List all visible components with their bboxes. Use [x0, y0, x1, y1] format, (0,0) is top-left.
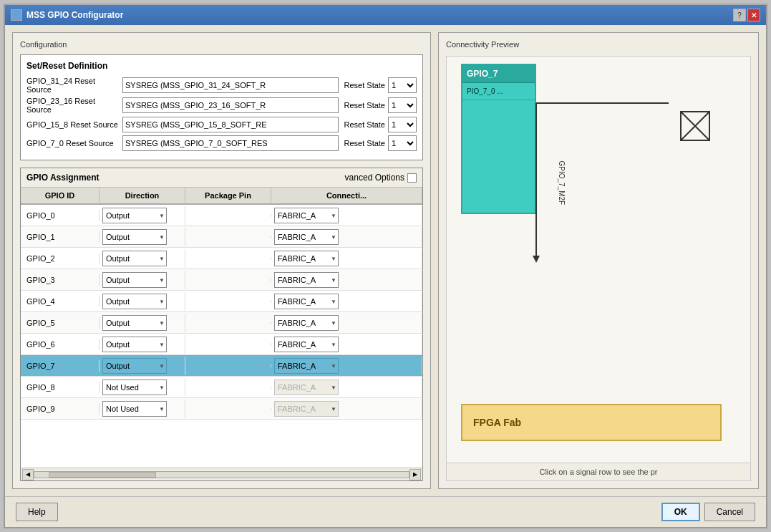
conn-select-wrapper: FABRIC_A — [274, 358, 339, 374]
conn-cell: FABRIC_A — [271, 249, 422, 268]
help-button[interactable]: Help — [16, 503, 58, 521]
conn-select[interactable]: FABRIC_A — [274, 401, 339, 417]
reset-state-select-0[interactable]: 10 — [388, 77, 417, 93]
gpio7-mss-block: GPIO_7 PIO_7_0 ... — [461, 64, 536, 214]
gpio-id-cell: GPIO_4 — [21, 296, 100, 307]
cancel-button[interactable]: Cancel — [704, 503, 755, 521]
reset-source-2[interactable] — [122, 117, 339, 132]
reset-source-0[interactable] — [122, 77, 339, 93]
left-panel: Configuration Set/Reset Definition GPIO_… — [12, 32, 431, 489]
ok-cancel-group: OK Cancel — [661, 503, 755, 521]
conn-select[interactable]: FABRIC_A — [274, 337, 339, 352]
dir-select[interactable]: Not UsedOutputInput — [102, 401, 167, 417]
reset-label-3: GPIO_7_0 Reset Source — [26, 139, 120, 147]
help-title-btn[interactable]: ? — [733, 9, 746, 21]
diagram-area: GPIO_7 PIO_7_0 ... MSS — [447, 57, 750, 463]
app-icon — [11, 9, 22, 21]
conn-cell: FABRIC_A — [271, 400, 422, 418]
scroll-thumb[interactable] — [49, 472, 156, 478]
reset-state-select-2[interactable]: 10 — [388, 117, 417, 132]
conn-cell: FABRIC_A — [271, 378, 422, 397]
pkg-cell — [185, 364, 271, 367]
conn-cell: FABRIC_A — [271, 314, 422, 332]
table-row[interactable]: GPIO_9 Not UsedOutputInput FABRIC_A — [21, 398, 422, 420]
dir-select[interactable]: OutputInputNot Used — [102, 251, 167, 266]
window-title: MSS GPIO Configurator — [26, 10, 123, 20]
conn-select-wrapper: FABRIC_A — [274, 315, 339, 331]
dir-select[interactable]: OutputInputNot Used — [102, 294, 167, 309]
table-row[interactable]: GPIO_8 Not UsedOutputInput FABRIC_A — [21, 377, 422, 398]
dir-select-wrapper: OutputInputNot Used — [102, 337, 167, 352]
gpio-section-header: GPIO Assignment vanced Options — [21, 168, 422, 188]
set-reset-section: Set/Reset Definition GPIO_31_24 Reset So… — [20, 54, 423, 160]
conn-select[interactable]: FABRIC_A — [274, 294, 339, 309]
conn-select[interactable]: FABRIC_A — [274, 315, 339, 331]
advanced-options-label: vanced Options — [345, 173, 404, 183]
gpio-id-cell: GPIO_5 — [21, 317, 100, 329]
pkg-cell — [185, 279, 271, 281]
gpio-id-cell: GPIO_6 — [21, 339, 100, 350]
th-direction: Direction — [100, 188, 185, 203]
direction-cell: Not UsedOutputInput — [100, 400, 185, 418]
table-body: GPIO_0 OutputInputNot Used FABRIC_A — [21, 205, 422, 468]
dir-select[interactable]: OutputInputNot Used — [102, 358, 167, 374]
x-connector-symbol — [679, 110, 711, 142]
dir-select[interactable]: OutputInputNot Used — [102, 272, 167, 288]
th-connection: Connecti... — [271, 188, 422, 203]
conn-select-wrapper: FABRIC_A — [274, 272, 339, 288]
advanced-options-checkbox[interactable] — [407, 173, 417, 183]
dir-select[interactable]: Not UsedOutputInput — [102, 379, 167, 395]
table-row[interactable]: GPIO_6 OutputInputNot Used FABRIC_A — [21, 334, 422, 355]
conn-select[interactable]: FABRIC_A — [274, 208, 339, 223]
conn-select[interactable]: FABRIC_A — [274, 379, 339, 395]
dir-select[interactable]: OutputInputNot Used — [102, 315, 167, 331]
reset-row-2: GPIO_15_8 Reset Source Reset State 10 — [26, 117, 417, 132]
reset-source-3[interactable] — [122, 135, 339, 151]
connectivity-title: Connectivity Preview — [446, 40, 751, 49]
direction-cell: OutputInputNot Used — [100, 206, 185, 225]
fpga-fab-block: FPGA Fab — [461, 404, 722, 441]
conn-select[interactable]: FABRIC_A — [274, 251, 339, 266]
pkg-cell — [185, 214, 271, 217]
scroll-left-btn[interactable]: ◀ — [22, 469, 34, 480]
table-row[interactable]: GPIO_1 OutputInputNot Used FABRIC_A — [21, 226, 422, 248]
dir-select-wrapper: OutputInputNot Used — [102, 251, 167, 266]
table-row-selected[interactable]: GPIO_7 OutputInputNot Used FABRIC_A — [21, 355, 422, 377]
horizontal-scrollbar[interactable]: ◀ ▶ — [21, 468, 422, 480]
table-row[interactable]: GPIO_0 OutputInputNot Used FABRIC_A — [21, 205, 422, 226]
reset-label-2: GPIO_15_8 Reset Source — [26, 120, 120, 129]
dir-select[interactable]: OutputInputNot Used — [102, 337, 167, 352]
reset-state-select-1[interactable]: 10 — [388, 97, 417, 113]
dir-select-wrapper: Not UsedOutputInput — [102, 379, 167, 395]
table-row[interactable]: GPIO_3 OutputInputNot Used FABRIC_A — [21, 269, 422, 291]
table-row[interactable]: GPIO_4 OutputInputNot Used FABRIC_A — [21, 291, 422, 312]
gpio-section: GPIO Assignment vanced Options GPIO ID D… — [20, 168, 423, 481]
direction-cell: OutputInputNot Used — [100, 228, 185, 246]
gpio-id-cell: GPIO_0 — [21, 210, 100, 221]
dir-select-wrapper: OutputInputNot Used — [102, 229, 167, 245]
dir-select-wrapper: OutputInputNot Used — [102, 358, 167, 374]
ok-button[interactable]: OK — [661, 503, 700, 521]
reset-source-1[interactable] — [122, 97, 339, 113]
conn-cell: FABRIC_A — [271, 357, 422, 375]
reset-state-label-1: Reset State — [344, 101, 385, 110]
config-panel-title: Configuration — [20, 40, 423, 49]
dir-select[interactable]: OutputInputNot Used — [102, 208, 167, 223]
scroll-right-btn[interactable]: ▶ — [409, 469, 421, 480]
dir-select[interactable]: OutputInputNot Used — [102, 229, 167, 245]
conn-select[interactable]: FABRIC_A — [274, 229, 339, 245]
dir-select-wrapper: OutputInputNot Used — [102, 272, 167, 288]
pkg-cell — [185, 343, 271, 346]
table-header: GPIO ID Direction Package Pin Connecti..… — [21, 188, 422, 205]
table-row[interactable]: GPIO_5 OutputInputNot Used FABRIC_A — [21, 312, 422, 334]
scroll-track[interactable] — [34, 471, 409, 478]
conn-select[interactable]: FABRIC_A — [274, 272, 339, 288]
conn-select-wrapper: FABRIC_A — [274, 251, 339, 266]
table-row[interactable]: GPIO_2 OutputInputNot Used FABRIC_A — [21, 248, 422, 269]
conn-select[interactable]: FABRIC_A — [274, 358, 339, 374]
svg-marker-5 — [533, 256, 540, 263]
gpio-table: GPIO ID Direction Package Pin Connecti..… — [21, 188, 422, 480]
close-title-btn[interactable]: ✕ — [747, 9, 760, 21]
reset-state-select-3[interactable]: 10 — [388, 135, 417, 151]
gpio7-block-label: GPIO_7 — [462, 65, 535, 83]
